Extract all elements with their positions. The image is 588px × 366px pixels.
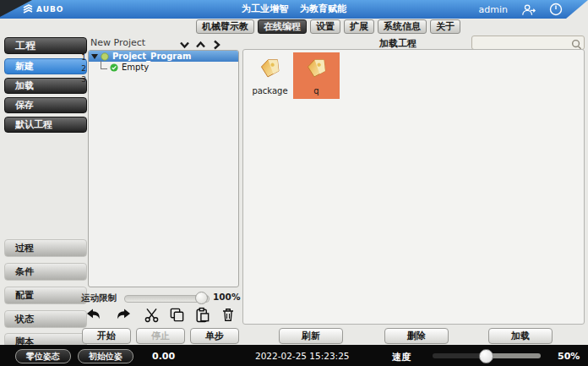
step-button[interactable]: 单步 — [190, 328, 239, 344]
sidebar-item-project[interactable]: 工程 — [4, 37, 87, 54]
tab-about[interactable]: 关于 — [430, 19, 460, 34]
user-logout-icon[interactable] — [521, 3, 536, 16]
app-window: AUBO 为工业增智 为教育赋能 admin 机械臂示教 在线编程 设置 扩展 … — [0, 0, 588, 366]
sidebar-item-status[interactable]: 状态 — [4, 310, 87, 328]
tab-online-programming[interactable]: 在线编程 — [258, 19, 307, 34]
project-file-list: package q — [242, 49, 585, 325]
zero-pose-button[interactable]: 零位姿态 — [15, 349, 71, 363]
program-tree: Project_Program Empty — [88, 50, 239, 287]
search-box — [471, 36, 585, 50]
undo-button[interactable] — [84, 306, 104, 324]
program-node-icon — [101, 52, 109, 61]
status-timestamp: 2022-02-25 15:23:25 — [255, 351, 350, 361]
redo-button[interactable] — [112, 306, 133, 324]
cut-button[interactable] — [141, 306, 161, 324]
delete-trash-button[interactable] — [218, 306, 238, 324]
tree-node-label: Empty — [122, 63, 149, 72]
sidebar-item-condition[interactable]: 条件 — [4, 263, 87, 281]
line-number: 1 — [80, 52, 86, 63]
power-icon[interactable] — [549, 3, 563, 16]
delete-button[interactable]: 删除 — [384, 328, 449, 344]
paste-button[interactable] — [192, 306, 212, 324]
project-title: New Project — [90, 37, 145, 48]
chevron-up-icon[interactable] — [195, 37, 206, 47]
speed-value: 50% — [558, 351, 580, 362]
tab-extensions[interactable]: 扩展 — [344, 19, 374, 34]
chevron-right-icon[interactable] — [211, 37, 222, 47]
tab-teach[interactable]: 机械臂示教 — [196, 19, 254, 34]
status-bar: 零位姿态 初始位姿 0.00 2022-02-25 15:23:25 速度 50… — [0, 345, 588, 366]
topbar-right-cluster: admin — [479, 0, 563, 19]
search-input[interactable] — [474, 36, 572, 49]
stop-button[interactable]: 停止 — [136, 328, 185, 344]
check-circle-icon — [110, 63, 118, 72]
load-button[interactable]: 加载 — [488, 328, 553, 344]
file-item-label: q — [313, 86, 318, 96]
file-item-q[interactable]: q — [293, 52, 340, 99]
main-tab-bar: 机械臂示教 在线编程 设置 扩展 系统信息 关于 — [196, 19, 460, 34]
line-number: 3 — [80, 74, 86, 85]
motion-limit-slider-thumb[interactable] — [195, 292, 208, 304]
chevron-down-icon[interactable] — [179, 37, 190, 47]
package-file-icon — [256, 55, 285, 84]
sidebar-item-save[interactable]: 保存 — [4, 97, 87, 113]
load-panel-title: 加载工程 — [372, 37, 424, 50]
start-button[interactable]: 开始 — [82, 328, 131, 344]
speed-label: 速度 — [392, 351, 411, 363]
status-value: 0.00 — [152, 351, 175, 362]
file-item-package[interactable]: package — [247, 52, 293, 99]
username-label: admin — [479, 4, 508, 15]
sidebar-item-new[interactable]: 新建 — [4, 58, 87, 74]
expand-arrow-icon[interactable] — [91, 54, 98, 59]
line-number-gutter: 1 2 3 — [80, 52, 86, 85]
sidebar-item-config[interactable]: 配置 — [4, 287, 87, 304]
motion-limit-label: 运动限制 — [81, 292, 117, 304]
speed-slider-thumb[interactable] — [479, 349, 493, 363]
package-file-icon — [302, 55, 331, 84]
tree-node-label: Project_Program — [112, 52, 191, 61]
tab-system-info[interactable]: 系统信息 — [378, 19, 427, 34]
refresh-button[interactable]: 刷新 — [279, 328, 343, 344]
sidebar-item-process[interactable]: 过程 — [4, 239, 87, 257]
tree-nav-controls — [179, 37, 222, 47]
sidebar-item-default-project[interactable]: 默认工程 — [4, 117, 87, 133]
motion-limit-value: 100% — [213, 292, 240, 302]
tree-row-project-program[interactable]: Project_Program — [89, 51, 238, 62]
sidebar-item-load[interactable]: 加载 — [4, 78, 87, 94]
copy-button[interactable] — [166, 306, 187, 324]
init-pose-button[interactable]: 初始位姿 — [78, 349, 133, 363]
tree-branch-line — [101, 61, 107, 69]
line-number: 2 — [80, 63, 86, 74]
file-item-label: package — [252, 86, 287, 96]
tab-settings[interactable]: 设置 — [310, 19, 340, 34]
tree-row-empty[interactable]: Empty — [89, 62, 238, 73]
